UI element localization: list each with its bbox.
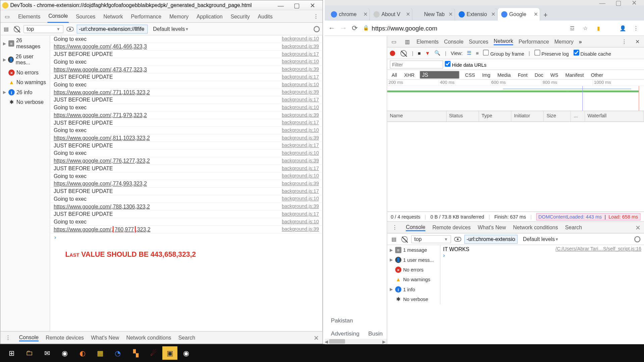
tab-network[interactable]: Network xyxy=(494,38,513,45)
rdrawer-netcond[interactable]: Network conditions xyxy=(513,224,558,231)
rdrawer-whatsnew[interactable]: What's New xyxy=(478,224,506,231)
log-source[interactable]: background.js:17 xyxy=(282,165,319,172)
type-filter-css[interactable]: CSS xyxy=(463,71,477,78)
col-status[interactable]: Status xyxy=(446,111,479,121)
close-tab-icon[interactable]: ✕ xyxy=(363,11,368,17)
log-source[interactable]: background.js:10 xyxy=(282,173,319,179)
log-row[interactable]: JUST BEFORE UPDATEbackground.js:17 xyxy=(50,142,322,150)
mail-icon[interactable]: ✉ xyxy=(38,344,56,362)
minimize-button[interactable]: — xyxy=(273,1,289,10)
firefox-icon[interactable]: ◐ xyxy=(74,344,92,362)
app-active-icon[interactable]: ▣ xyxy=(162,346,177,360)
log-row[interactable]: JUST BEFORE UPDATEbackground.js:17 xyxy=(50,119,322,127)
clear-icon[interactable] xyxy=(399,49,408,57)
filter-warnings[interactable]: ▲No warnings xyxy=(0,77,50,87)
log-source[interactable]: background.js:17 xyxy=(282,211,319,218)
log-row[interactable]: Going to execbackground.js:10 xyxy=(50,104,322,112)
maximize-button[interactable]: ▢ xyxy=(289,1,305,10)
scroll-thumb[interactable] xyxy=(329,339,345,344)
drawer-kebab-icon[interactable]: ⋮ xyxy=(4,334,12,342)
browser-tab[interactable]: New Tab✕ xyxy=(413,8,455,20)
tab-sources[interactable]: Sources xyxy=(75,10,97,22)
record-icon[interactable] xyxy=(390,50,395,56)
omnibox[interactable]: 🔒 https://www.google.com xyxy=(363,24,564,32)
inspect-icon[interactable]: ▭ xyxy=(390,38,398,46)
translate-icon[interactable]: ☲ xyxy=(568,23,577,33)
log-source[interactable]: background.js:10 xyxy=(282,219,319,225)
filter-errors[interactable]: ×No errors xyxy=(0,68,50,77)
new-tab-button[interactable]: + xyxy=(540,10,551,20)
col-type[interactable]: Type xyxy=(479,111,512,121)
group-checkbox[interactable]: Group by frame xyxy=(483,50,524,56)
more-tabs-icon[interactable]: » xyxy=(579,38,582,45)
tab-performance[interactable]: Performance xyxy=(519,38,549,45)
close-devtools-icon[interactable]: ✕ xyxy=(633,38,641,46)
network-timeline[interactable]: 200 ms400 ms600 ms800 ms1000 ms xyxy=(387,80,644,111)
ccleaner-icon[interactable]: ☄ xyxy=(145,344,162,362)
type-filter-media[interactable]: Media xyxy=(496,71,513,78)
network-filter-input[interactable] xyxy=(390,60,443,68)
sublime-icon[interactable]: ▚ xyxy=(127,344,145,362)
tab-performance[interactable]: Performance xyxy=(130,10,162,22)
context-select[interactable]: top▼ xyxy=(23,25,63,33)
close-button[interactable]: ✕ xyxy=(305,1,321,10)
browser-tab[interactable]: chrome✕ xyxy=(327,8,370,20)
type-filter-js[interactable]: JS xyxy=(420,71,460,79)
log-row[interactable]: Going to execbackground.js:10 xyxy=(50,218,322,226)
clear-console-icon[interactable] xyxy=(13,25,21,33)
log-row[interactable]: https://www.google.com/,473,477,323,3bac… xyxy=(50,66,322,73)
filter-toggle-icon[interactable]: ▼ xyxy=(425,50,430,56)
drawer-close-icon[interactable]: ✕ xyxy=(314,334,319,341)
browser-tab[interactable]: Extensio✕ xyxy=(455,8,498,20)
console-prompt[interactable]: › xyxy=(50,233,322,241)
log-source[interactable]: background.js:39 xyxy=(282,66,319,73)
log-source[interactable]: background.js:17 xyxy=(282,97,319,103)
drawer-console[interactable]: Console xyxy=(19,334,39,341)
log-source[interactable]: background.js:39 xyxy=(282,112,319,118)
type-filter-img[interactable]: Img xyxy=(480,71,492,78)
scroll-right-icon[interactable]: ▶ xyxy=(382,339,387,344)
log-row[interactable]: Going to execbackground.js:10 xyxy=(50,149,322,157)
levels-select[interactable]: Default levels▼ xyxy=(150,25,192,33)
filter-input[interactable] xyxy=(464,235,518,244)
context-select[interactable]: top▼ xyxy=(411,235,451,243)
log-row[interactable]: Going to execbackground.js:10 xyxy=(50,36,322,43)
levels-select[interactable]: Default levels▼ xyxy=(520,235,561,242)
drawer-kebab-icon[interactable]: ⋮ xyxy=(391,223,399,231)
close-tab-icon[interactable]: ✕ xyxy=(406,11,410,17)
filter-input[interactable] xyxy=(77,24,148,34)
search-icon[interactable]: 🔍 xyxy=(434,50,441,56)
disable-cache-checkbox[interactable]: Disable cache xyxy=(573,50,611,56)
log-row[interactable]: JUST BEFORE UPDATEbackground.js:17 xyxy=(50,188,322,195)
live-expr-icon[interactable] xyxy=(454,235,462,243)
log-source[interactable]: background.js:17 xyxy=(282,142,319,149)
tab-memory[interactable]: Memory xyxy=(554,38,574,45)
tab-console[interactable]: Console xyxy=(48,10,69,22)
camera-icon[interactable]: ■ xyxy=(418,50,421,56)
col-name[interactable]: Name xyxy=(387,111,446,121)
drawer-whatsnew[interactable]: What's New xyxy=(91,335,119,341)
tab-memory[interactable]: Memory xyxy=(168,10,190,22)
rdrawer-close-icon[interactable]: ✕ xyxy=(635,224,641,231)
log-row[interactable]: https://www.google.com/,811,1023,323,2ba… xyxy=(50,134,322,142)
log-source[interactable]: background.js:39 xyxy=(282,135,319,141)
log-row[interactable]: https://www.google.com/,771,1015,323,2ba… xyxy=(50,89,322,97)
log-source[interactable]: background.js:17 xyxy=(282,120,319,126)
network-table-header[interactable]: Name Status Type Initiator Size ... Wate… xyxy=(387,111,644,122)
filter-verbose[interactable]: ✱No verbose xyxy=(387,294,440,304)
log-row[interactable]: JUST BEFORE UPDATEbackground.js:17 xyxy=(50,96,322,104)
settings-icon[interactable] xyxy=(633,235,641,243)
page-viewport[interactable]: Pakistan Advertising Busin ◀ ▶ xyxy=(325,36,387,344)
tab-elements[interactable]: Elements xyxy=(417,38,439,45)
log-row[interactable]: JUST BEFORE UPDATEbackground.js:17 xyxy=(50,51,322,58)
log-row[interactable]: JUST BEFORE UPDATEbackground.js:17 xyxy=(50,73,322,81)
rdrawer-search[interactable]: Search xyxy=(565,224,582,231)
log-source[interactable]: background.js:39 xyxy=(282,181,319,187)
profile-icon[interactable]: 👤 xyxy=(618,23,627,33)
log-row[interactable]: JUST BEFORE UPDATEbackground.js:17 xyxy=(50,165,322,173)
log-source[interactable]: background.js:10 xyxy=(282,81,319,88)
view-small-icon[interactable]: ≡ xyxy=(476,50,479,56)
type-filter-manifest[interactable]: Manifest xyxy=(564,71,586,78)
type-filter-other[interactable]: Other xyxy=(589,71,605,78)
menu-icon[interactable]: ⋮ xyxy=(632,23,640,33)
